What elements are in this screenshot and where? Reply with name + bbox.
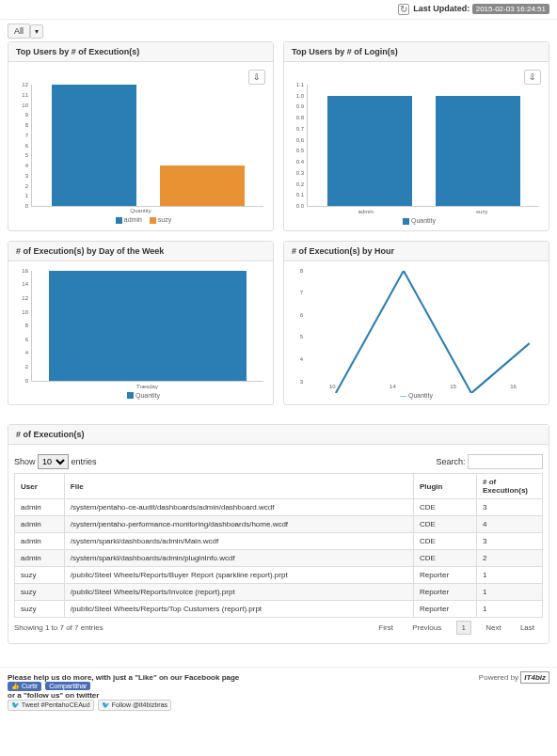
footer-follow-text: or a "follow us" on twitter xyxy=(8,691,99,700)
pager: Showing 1 to 7 of 7 entries First Previo… xyxy=(14,618,543,638)
last-updated-timestamp: 2015-02-03 16:24:51 xyxy=(472,4,549,14)
bar-admin xyxy=(52,85,136,206)
col-count[interactable]: # of Execution(s) xyxy=(477,474,543,499)
filter-all-button[interactable]: All xyxy=(8,24,30,39)
panel-top-login: Top Users by # of Login(s) ⇩ 1.11.00.90.… xyxy=(283,41,549,231)
executions-table: User File Plugin # of Execution(s) admin… xyxy=(14,473,543,618)
table-row: suzy/public/Steel Wheels/Reports/Top Cus… xyxy=(15,601,543,618)
footer: Please help us do more, with just a "Lik… xyxy=(0,667,557,717)
line-chart-svg xyxy=(307,271,539,393)
x-labels: admin suzy xyxy=(307,209,539,214)
bar-suzy xyxy=(436,96,520,206)
table-row: suzy/public/Steel Wheels/Reports/Buyer R… xyxy=(15,567,543,584)
panel-executions-table: # of Execution(s) Show 10 entries Search… xyxy=(8,424,549,644)
last-updated-label: Last Updated: xyxy=(413,4,469,13)
panel-title: # of Execution(s) by Hour xyxy=(284,242,549,261)
show-label: Show xyxy=(14,457,36,466)
x-axis-title: Quantity xyxy=(14,208,267,213)
chart-top-login: 1.11.00.90.80.70.60.50.40.30.20.10.0 adm… xyxy=(290,85,543,225)
fb-like-button[interactable]: 👍 Curtir xyxy=(8,682,41,691)
table-row: admin/system/sparkl/dashboards/admin/plu… xyxy=(15,550,543,567)
filter-row: All▾ xyxy=(0,20,557,41)
table-info: Showing 1 to 7 of 7 entries xyxy=(14,623,103,632)
filter-dropdown-caret[interactable]: ▾ xyxy=(30,24,43,39)
x-labels: Tuesday xyxy=(31,384,263,389)
panel-title: # of Execution(s) by Day of the Week xyxy=(8,242,273,261)
entries-label: entries xyxy=(72,457,97,466)
twitter-follow-button[interactable]: 🐦 Follow @it4bizbras xyxy=(98,700,171,711)
export-button[interactable]: ⇩ xyxy=(248,70,265,85)
bar-tuesday xyxy=(49,271,247,381)
panel-top-exec: Top Users by # of Execution(s) ⇩ 1211109… xyxy=(8,41,274,231)
brand-logo: IT4biz xyxy=(520,671,549,684)
refresh-icon[interactable] xyxy=(398,4,409,15)
legend-swatch-blue xyxy=(127,392,134,399)
table-controls: Show 10 entries Search: xyxy=(14,450,543,473)
panel-title: # of Execution(s) xyxy=(8,425,549,445)
export-button[interactable]: ⇩ xyxy=(524,70,541,85)
pager-last[interactable]: Last xyxy=(516,622,539,634)
pager-prev[interactable]: Previous xyxy=(407,622,446,634)
fb-share-button[interactable]: Compartilhar xyxy=(45,682,90,690)
pager-first[interactable]: First xyxy=(374,622,398,634)
col-file[interactable]: File xyxy=(64,474,413,499)
pager-next[interactable]: Next xyxy=(481,622,505,634)
legend: Quantity xyxy=(14,392,267,400)
table-row: admin/system/pentaho-performance-monitor… xyxy=(15,516,543,533)
legend: Quantity xyxy=(290,217,543,225)
pager-page-1[interactable]: 1 xyxy=(456,621,471,635)
legend-swatch-blue xyxy=(403,218,409,225)
bar-admin xyxy=(327,96,412,206)
table-row: suzy/public/Steel Wheels/Reports/Invoice… xyxy=(15,584,543,601)
chart-top-exec: 1211109876543210 Quantity admin suzy xyxy=(14,85,267,224)
search-input[interactable] xyxy=(468,454,543,469)
panel-title: Top Users by # of Execution(s) xyxy=(8,42,273,62)
legend-swatch-orange xyxy=(150,217,156,224)
chart-by-day: 1614121086420 Tuesday Quantity xyxy=(14,271,267,400)
footer-help-text: Please help us do more, with just a "Lik… xyxy=(8,673,239,682)
legend: admin suzy xyxy=(14,216,267,224)
chart-by-hour: 876543 10 14 15 16 — Quantity xyxy=(290,271,543,399)
search-label: Search: xyxy=(436,457,465,466)
legend-swatch-blue xyxy=(116,217,122,224)
page-size-select[interactable]: 10 xyxy=(38,454,69,469)
panel-by-day: # of Execution(s) by Day of the Week 161… xyxy=(8,241,274,406)
col-plugin[interactable]: Plugin xyxy=(413,474,476,499)
table-row: admin/system/sparkl/dashboards/admin/Mai… xyxy=(15,533,543,550)
panel-title: Top Users by # of Login(s) xyxy=(284,42,549,62)
header-bar: Last Updated: 2015-02-03 16:24:51 xyxy=(0,0,557,20)
powered-by: Powered by IT4biz xyxy=(479,673,549,682)
bar-suzy xyxy=(160,165,245,206)
tweet-button[interactable]: 🐦 Tweet #PentahoCEAud xyxy=(8,700,94,711)
col-user[interactable]: User xyxy=(15,474,65,499)
legend: — Quantity xyxy=(290,392,543,399)
table-row: admin/system/pentaho-ce-audit/dashboards… xyxy=(15,499,543,516)
panel-by-hour: # of Execution(s) by Hour 876543 10 14 1… xyxy=(283,241,549,406)
